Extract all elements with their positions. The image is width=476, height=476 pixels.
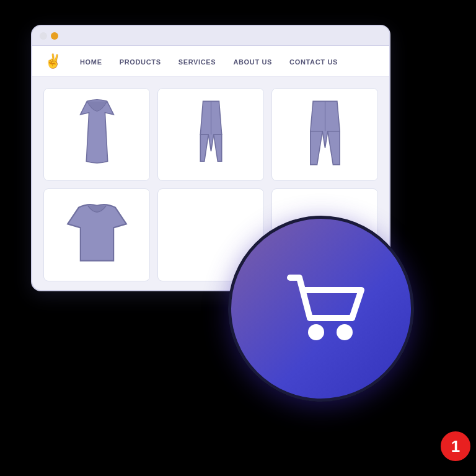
shirt-icon — [60, 198, 134, 271]
pants-icon — [174, 98, 248, 171]
nav-about[interactable]: ABOUT US — [233, 58, 272, 66]
cart-icon — [271, 265, 371, 352]
product-card-shirt[interactable] — [43, 188, 150, 281]
nav-links: HOME PRODUCTS SERVICES ABOUT US CONTACT … — [80, 56, 338, 67]
browser-navbar: ✌ HOME PRODUCTS SERVICES ABOUT US CONTAC… — [32, 46, 389, 77]
nav-products[interactable]: PRODUCTS — [120, 58, 161, 66]
svg-point-4 — [337, 324, 353, 340]
cart-button[interactable] — [228, 216, 414, 402]
product-card-trousers[interactable] — [271, 88, 378, 181]
dress-icon — [60, 98, 134, 171]
svg-point-3 — [308, 324, 324, 340]
brand-logo: ✌ — [45, 53, 61, 69]
browser-titlebar — [32, 26, 389, 46]
nav-contact[interactable]: CONTACT US — [289, 58, 338, 66]
scene: ✌ HOME PRODUCTS SERVICES ABOUT US CONTAC… — [0, 0, 476, 476]
nav-home[interactable]: HOME — [80, 58, 102, 66]
close-dot — [40, 32, 47, 40]
minimize-dot — [51, 32, 58, 40]
trousers-icon — [288, 98, 362, 171]
cart-badge: 1 — [439, 430, 472, 463]
product-card-pants[interactable] — [157, 88, 264, 181]
product-card-dress[interactable] — [43, 88, 150, 181]
nav-services[interactable]: SERVICES — [178, 58, 216, 66]
